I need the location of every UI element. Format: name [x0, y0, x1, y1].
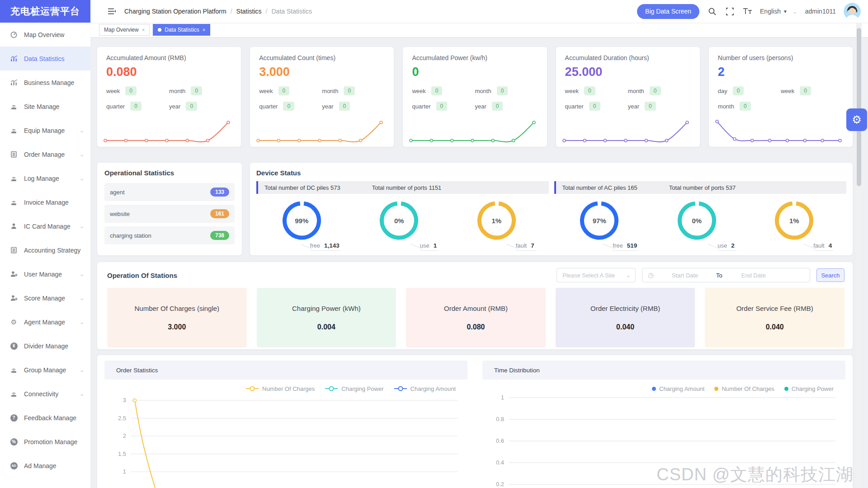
sidebar-item-accounting-strategy[interactable]: Accounting Strategy [0, 238, 90, 262]
sidebar-item-label: Invoice Manage [24, 199, 69, 206]
search-icon[interactable] [707, 6, 717, 16]
donut-free: 97%free519 [566, 199, 639, 252]
legend-item[interactable]: Number Of Charges [245, 385, 315, 392]
gear-icon: ⚙ [10, 318, 18, 326]
list-icon [10, 246, 18, 254]
sidebar-item-label: Order Manage [24, 151, 65, 158]
metric-badge: 0 [125, 86, 137, 95]
charts-panel: Order Statistics Number Of ChargesChargi… [97, 355, 853, 488]
sidebar-item-promotion-manage[interactable]: %Promotion Manage [0, 430, 90, 454]
legend-item[interactable]: Charging Power [784, 385, 834, 392]
device-status-group: Total number of AC piles 165Total number… [554, 181, 847, 252]
start-date-input[interactable] [658, 272, 712, 279]
site-select[interactable]: ⌄ [557, 268, 636, 282]
metric-badge: 0 [344, 86, 355, 95]
scrollbar-thumb[interactable] [857, 28, 861, 186]
end-date-input[interactable] [727, 272, 780, 279]
sidebar-item-label: Connectivity [24, 390, 58, 398]
sidebar-item-data-statistics[interactable]: Data Statistics [0, 47, 90, 70]
operational-statistics-panel: Operational Statistics agent133website16… [97, 163, 242, 255]
stat-tile: Order Electricity (RMB)0.040 [556, 288, 695, 347]
legend-item[interactable]: Charging Amount [394, 385, 456, 392]
tab-close-icon[interactable]: × [142, 27, 145, 33]
fullscreen-icon[interactable] [725, 6, 735, 16]
sidebar-item-divider-manage[interactable]: ¥Divider Manage [0, 334, 90, 358]
summary-card: Accumulated Duration (hours)25.000week0m… [556, 47, 700, 147]
metric-day: day0 [718, 86, 781, 95]
date-range-picker[interactable]: ◷ To [642, 268, 810, 282]
sidebar-item-site-manage[interactable]: Site Manage [0, 94, 90, 118]
tab-map-overview[interactable]: Map Overview× [99, 24, 150, 36]
language-dropdown[interactable]: English ▼ [760, 8, 788, 15]
panel-title: Operational Statistics [104, 169, 235, 177]
tab-data-statistics[interactable]: Data Statistics× [153, 24, 210, 36]
legend-dot-glyph [784, 387, 788, 391]
font-size-icon[interactable] [742, 6, 752, 16]
search-button[interactable]: Search [816, 268, 844, 282]
collapse-sidebar-icon[interactable] [107, 7, 116, 16]
metric-label: week [259, 88, 273, 94]
sparkline-chart [103, 118, 231, 144]
sidebar-item-score-manage[interactable]: Score Manage⌄ [0, 286, 90, 310]
sidebar-item-equip-manage[interactable]: Equip Manage⌄ [0, 118, 90, 142]
avatar[interactable] [844, 3, 861, 20]
stat-tile: Order Service Fee (RMB)0.040 [705, 288, 844, 347]
tab-close-icon[interactable]: × [203, 27, 205, 33]
summary-card: Number of users (persons)2day0week0month… [709, 47, 853, 147]
metric-badge: 0 [740, 102, 751, 111]
legend-dot-glyph [652, 387, 656, 391]
breadcrumb-item[interactable]: Charging Station Operation Platform [124, 8, 226, 15]
app-logo: 充电桩运营平台 [0, 0, 90, 23]
chart-title: Order Statistics [104, 361, 467, 380]
summary-cards-row: Accumulated Amount (RMB)0.080week0month0… [97, 47, 853, 147]
donut-percent: 0% [378, 199, 420, 242]
sidebar-item-group-manage[interactable]: Group Manage⌄ [0, 358, 90, 382]
ad-icon: AD [10, 462, 18, 469]
sidebar-item-ad-manage[interactable]: ADAd Manage [0, 454, 90, 478]
sparkline-chart [714, 118, 843, 144]
user-menu-chevron-icon[interactable]: ⌄ [793, 8, 797, 15]
summary-card: Accumulated Count (times)3.000week0month… [250, 47, 394, 147]
sidebar-item-invoice-manage[interactable]: Invoice Manage [0, 190, 90, 214]
legend-label: Charging Power [341, 385, 383, 392]
operational-rows: agent133website161charging station738 [104, 183, 235, 244]
metric-label: month [718, 103, 734, 110]
big-data-screen-button[interactable]: Big Data Screen [637, 4, 699, 19]
sidebar-item-agent-manage[interactable]: ⚙Agent Manage⌄ [0, 310, 90, 334]
sidebar-item-order-manage[interactable]: Order Manage⌄ [0, 142, 90, 166]
sidebar-item-ic-card-manage[interactable]: IC Card Manage⌄ [0, 214, 90, 238]
sidebar-item-business-manage[interactable]: Business Manage [0, 70, 90, 94]
metric-label: week [781, 88, 794, 94]
sparkline-chart [255, 118, 384, 144]
chevron-down-icon: ⌄ [80, 367, 84, 373]
legend-item[interactable]: Charging Amount [652, 385, 704, 392]
legend-dot-glyph [714, 387, 718, 391]
order-statistics-legend: Number Of ChargesCharging PowerCharging … [104, 384, 456, 393]
metric-badge: 0 [650, 86, 661, 95]
summary-card-title: Accumulated Count (times) [259, 54, 385, 61]
sidebar-item-map-overview[interactable]: Map Overview [0, 23, 90, 47]
svg-text:2: 2 [123, 432, 126, 439]
metric-year: year0 [475, 102, 538, 111]
metric-badge: 0 [191, 86, 202, 95]
chart-icon [10, 79, 18, 86]
settings-fab-gear-icon[interactable]: ⚙ [846, 108, 867, 131]
sidebar-item-log-manage[interactable]: Log Manage⌄ [0, 166, 90, 190]
donut-value: 1,143 [324, 242, 340, 249]
user-plus-icon [10, 294, 18, 302]
breadcrumb-item[interactable]: Statistics [236, 8, 262, 15]
chevron-down-icon: ⌄ [80, 127, 84, 134]
sidebar-item-feedback-manage[interactable]: ?Feedback Manage [0, 406, 90, 430]
username[interactable]: admin1011 [805, 8, 836, 15]
site-select-input[interactable] [562, 272, 626, 279]
sidebar-item-user-manage[interactable]: User Manage⌄ [0, 262, 90, 286]
legend-label: Number Of Charges [262, 385, 315, 392]
sidebar-item-label: Promotion Manage [24, 438, 77, 446]
question-icon: ? [10, 414, 18, 422]
legend-item[interactable]: Charging Power [325, 385, 383, 392]
sidebar-item-connectivity[interactable]: Connectivity⌄ [0, 382, 90, 406]
sidebar-item-label: Site Manage [24, 103, 60, 110]
summary-card-title: Number of users (persons) [718, 54, 844, 61]
legend-item[interactable]: Number Of Charges [714, 385, 774, 392]
tab-active-dot [158, 28, 161, 32]
